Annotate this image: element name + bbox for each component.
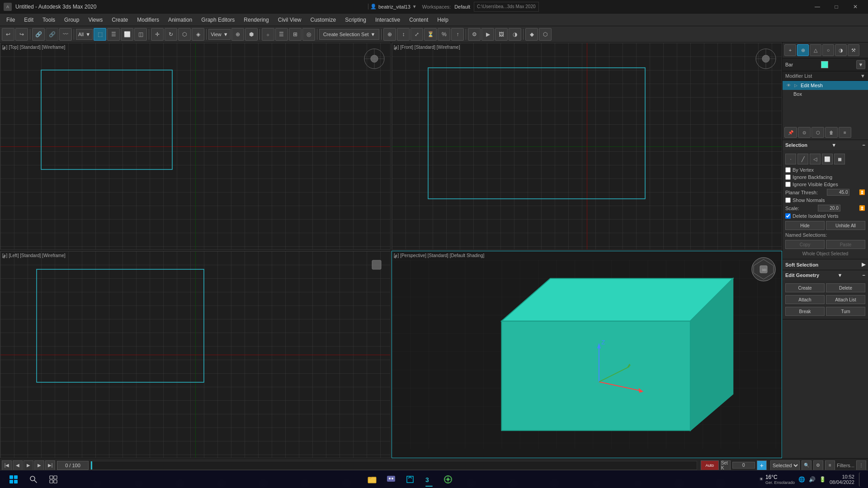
edit-geometry-header[interactable]: Edit Geometry ▼ − <box>783 270 868 280</box>
delete-button[interactable]: Delete <box>826 283 865 292</box>
modifier-list-expand[interactable]: ▼ <box>860 73 865 79</box>
left-viewport[interactable]: + [+] [Left] [Standard] [Wireframe] <box>0 251 391 458</box>
minimize-button[interactable]: — <box>808 0 826 13</box>
scale-input[interactable] <box>818 205 840 211</box>
named-sel-copy-button[interactable]: Copy <box>785 240 825 249</box>
top-vp-nav-cube[interactable] <box>363 47 386 70</box>
unlink-button[interactable]: 🔗 <box>46 28 58 41</box>
percent-snap-button[interactable]: % <box>438 28 450 41</box>
break-button[interactable]: Break <box>785 307 825 316</box>
attach-list-button[interactable]: Attach List <box>826 295 865 304</box>
element-sel-icon[interactable]: ◼ <box>834 154 845 164</box>
menu-file[interactable]: File <box>2 15 19 25</box>
edit-mesh-play-icon[interactable]: ▷ <box>793 82 799 89</box>
show-desktop-button[interactable] <box>859 472 863 487</box>
border-sel-icon[interactable]: ◁ <box>810 154 821 164</box>
configure-modifier-sets-btn[interactable]: ≡ <box>839 127 851 138</box>
create-selection-set-button[interactable]: Create Selection Set ▼ <box>319 29 380 40</box>
remove-modifier-btn[interactable]: 🗑 <box>825 127 838 138</box>
undo-button[interactable]: ↩ <box>2 28 14 41</box>
go-to-end-button[interactable]: ▶| <box>45 460 55 470</box>
front-vp-nav-cube[interactable] <box>755 47 777 70</box>
polygon-sel-icon[interactable]: ⬜ <box>822 154 833 164</box>
menu-modifiers[interactable]: Modifiers <box>132 15 164 25</box>
snap-toggle-button[interactable]: ⊕ <box>383 28 396 41</box>
next-frame-button[interactable]: ▶ <box>34 460 44 470</box>
color-swatch[interactable] <box>821 61 828 68</box>
taskbar-3dsmax[interactable]: 3 <box>421 471 437 488</box>
named-sel-paste-button[interactable]: Paste <box>826 240 865 249</box>
bind-to-space-warp[interactable]: 〰 <box>59 28 72 41</box>
unhide-all-button[interactable]: Unhide All <box>826 221 865 230</box>
scale-spinner[interactable]: ⏫ <box>859 205 865 211</box>
timeline-bar[interactable] <box>90 461 697 470</box>
bar-more-btn[interactable]: ▼ <box>856 60 865 69</box>
track-view-btn[interactable]: ≡ <box>825 460 835 470</box>
close-button[interactable]: ✕ <box>846 0 864 13</box>
taskbar-store[interactable] <box>402 471 418 488</box>
set-keys-button[interactable]: Set K <box>721 460 731 470</box>
battery-icon[interactable]: 🔋 <box>818 476 827 483</box>
render-viewport-button[interactable]: ⬡ <box>539 28 552 41</box>
make-unique-btn[interactable]: ⬡ <box>811 127 824 138</box>
current-frame-input[interactable] <box>732 462 755 469</box>
link-button[interactable]: 🔗 <box>32 28 45 41</box>
go-to-start-button[interactable]: |◀ <box>2 460 12 470</box>
render-frame-button[interactable]: 🖼 <box>495 28 508 41</box>
top-viewport[interactable]: + [+] [Top] [Standard] [Wireframe] <box>0 42 391 250</box>
left-vp-nav-icon[interactable] <box>368 256 386 274</box>
menu-tools[interactable]: Tools <box>38 15 60 25</box>
more-options-btn[interactable]: ⋮ <box>856 460 866 470</box>
planar-thresh-input[interactable] <box>827 189 849 196</box>
turn-button[interactable]: Turn <box>826 307 865 316</box>
taskbar-chat[interactable] <box>383 471 399 488</box>
taskbar-browser[interactable] <box>440 471 456 488</box>
menu-edit[interactable]: Edit <box>19 15 38 25</box>
selection-minus-icon[interactable]: − <box>863 142 865 148</box>
front-viewport[interactable]: + [+] [Front] [Standard] [Wireframe] <box>392 42 782 250</box>
quick-render-button[interactable]: ▶ <box>481 28 494 41</box>
modifier-box[interactable]: Box <box>783 90 868 98</box>
task-view-button[interactable] <box>45 471 61 488</box>
angle-snap-button[interactable]: ⏳ <box>424 28 437 41</box>
ignore-visible-edges-checkbox[interactable] <box>785 182 791 187</box>
key-mode-toggle[interactable]: Auto <box>701 460 719 470</box>
select-rotate-button[interactable]: ↻ <box>165 28 177 41</box>
activeshade-button[interactable]: ◑ <box>509 28 521 41</box>
select-move-button[interactable]: ✛ <box>151 28 164 41</box>
coord-center-button[interactable]: ⊕ <box>231 28 244 41</box>
menu-civil-view[interactable]: Civil View <box>274 15 306 25</box>
pin-stack-btn[interactable]: 📌 <box>784 127 797 138</box>
planar-thresh-spinner[interactable]: ⏫ <box>859 189 865 195</box>
selection-filter-dropdown[interactable]: All ▼ <box>76 29 93 40</box>
select-scale-button[interactable]: ⬡ <box>178 28 191 41</box>
snap-3d-button[interactable]: ⤢ <box>410 28 423 41</box>
play-button[interactable]: ▶ <box>24 460 33 470</box>
menu-views[interactable]: Views <box>84 15 107 25</box>
soft-selection-header[interactable]: Soft Selection ▶ <box>783 259 868 270</box>
select-object-button[interactable]: ⬚ <box>94 28 106 41</box>
search-button-tl[interactable]: 🔍 <box>802 460 811 470</box>
start-button[interactable] <box>5 471 22 488</box>
vertex-sel-icon[interactable]: · <box>785 154 796 164</box>
prev-frame-button[interactable]: ◀ <box>13 460 23 470</box>
filters-label[interactable]: Filters... <box>837 463 854 468</box>
select-manipulate-button[interactable]: ◈ <box>192 28 204 41</box>
axis-constraints-button[interactable]: ⬢ <box>245 28 258 41</box>
select-by-name-button[interactable]: ☰ <box>107 28 120 41</box>
hide-button[interactable]: Hide <box>785 221 825 230</box>
utilities-panel-btn[interactable]: ⚒ <box>848 44 859 56</box>
place-highlight-button[interactable]: ◎ <box>302 28 315 41</box>
modify-panel-btn[interactable]: ⊕ <box>797 44 809 56</box>
material-editor-button[interactable]: ◆ <box>525 28 538 41</box>
plus-button[interactable]: + <box>757 460 767 470</box>
menu-animation[interactable]: Animation <box>164 15 197 25</box>
align-button[interactable]: ☰ <box>275 28 288 41</box>
menu-create[interactable]: Create <box>107 15 132 25</box>
menu-interactive[interactable]: Interactive <box>371 15 405 25</box>
display-panel-btn[interactable]: ◑ <box>835 44 847 56</box>
show-end-result-btn[interactable]: ⊙ <box>798 127 811 138</box>
selection-section-header[interactable]: Selection ▼ − <box>783 140 868 150</box>
motion-panel-btn[interactable]: ○ <box>822 44 834 56</box>
menu-scripting[interactable]: Scripting <box>340 15 371 25</box>
